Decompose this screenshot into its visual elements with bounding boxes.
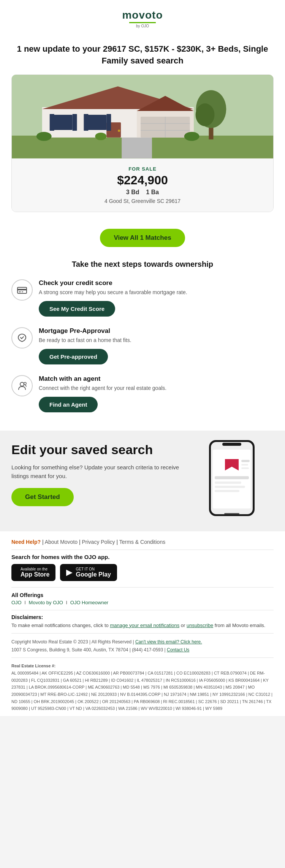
agent-icon	[11, 375, 33, 396]
svg-rect-43	[215, 486, 245, 488]
edit-search-left: Edit your saved search Looking for somet…	[11, 442, 195, 507]
step-row-credit-score: Check your credit score A strong score m…	[11, 279, 274, 317]
property-price: $224,900	[19, 173, 266, 187]
footer-divider-5	[11, 657, 274, 658]
svg-rect-28	[17, 289, 27, 290]
get-it-on-label: GET IT ON	[76, 567, 111, 571]
svg-rect-41	[215, 476, 249, 479]
svg-rect-42	[215, 482, 241, 484]
logo: movoto by OJO	[8, 9, 277, 28]
pre-approval-title: Mortgage Pre-Approval	[39, 327, 274, 335]
app-badges: Available on the App Store ▶ GET IT ON G…	[11, 564, 274, 581]
edit-search-desc: Looking for something else? Update your …	[11, 463, 195, 480]
credit-score-icon	[11, 279, 33, 301]
header: movoto by OJO	[0, 0, 285, 34]
beds-count: 3	[126, 189, 130, 195]
real-estate-license-section: Real Estate License #: AL 000095484 | AK…	[11, 662, 274, 712]
pre-approval-desc: Be ready to act fast on a home that fits…	[39, 336, 274, 344]
edit-search-title: Edit your saved search	[11, 442, 195, 458]
svg-rect-18	[73, 114, 77, 131]
credit-score-title: Check your credit score	[39, 279, 274, 287]
step-content-credit-score: Check your credit score A strong score m…	[39, 279, 274, 317]
svg-rect-8	[55, 116, 64, 129]
for-sale-label: FOR SALE	[19, 166, 266, 172]
footer-sep-3: |	[117, 539, 119, 545]
available-on-label: Available on the	[21, 567, 49, 571]
google-play-badge[interactable]: ▶ GET IT ON Google Play	[60, 564, 117, 581]
manage-notifications-link[interactable]: manage your email notifications	[110, 622, 179, 628]
from-label: from all Movoto emails.	[215, 622, 266, 628]
apple-app-store-badge[interactable]: Available on the App Store	[11, 564, 55, 581]
disclaimers-section: Disclaimers: To make email notifications…	[11, 614, 274, 630]
real-estate-license-text: AL 000095484 | AK OFFICE2295 | AZ CO6306…	[11, 671, 272, 711]
get-preapproved-button[interactable]: Get Pre-approved	[39, 349, 108, 364]
logo-movoto-text: movoto	[8, 9, 277, 21]
pre-approval-icon	[11, 327, 33, 348]
footer-help-row: Need Help? | About Movoto | Privacy Poli…	[11, 539, 274, 545]
app-store-title: Search for homes with the OJO app.	[11, 554, 274, 560]
svg-point-24	[36, 131, 52, 141]
notification-title: 1 new update to your 29617 SC, $157K - $…	[15, 43, 270, 67]
notification-section: 1 new update to your 29617 SC, $157K - $…	[0, 34, 285, 74]
footer-divider-1	[11, 550, 274, 550]
see-credit-score-button[interactable]: See My Credit Score	[39, 301, 115, 317]
movoto-by-ojo-link[interactable]: Movoto by OJO	[29, 600, 63, 605]
step-content-pre-approval: Mortgage Pre-Approval Be ready to act fa…	[39, 327, 274, 364]
agent-title: Match with an agent	[39, 375, 274, 383]
property-details: FOR SALE $224,900 3 Bd 1 Ba 4 Good St, G…	[12, 158, 273, 212]
copyright-text: Copyright Movoto Real Estate © 2023 | Al…	[11, 639, 135, 645]
email-container: movoto by OJO 1 new update to your 29617…	[0, 0, 285, 716]
apple-badge-text: Available on the App Store	[21, 567, 49, 578]
privacy-policy-link[interactable]: Privacy Policy	[82, 539, 115, 545]
svg-point-16	[118, 129, 120, 131]
svg-rect-19	[84, 114, 88, 131]
disclaimers-text-prefix: To make email notifications changes, cli…	[11, 622, 110, 628]
edit-search-right	[201, 438, 274, 520]
property-image[interactable]	[12, 75, 273, 158]
about-movoto-link[interactable]: About Movoto	[45, 539, 78, 545]
step-row-agent: Match with an agent Connect with the rig…	[11, 375, 274, 412]
ojo-link[interactable]: OJO	[11, 600, 22, 605]
svg-rect-20	[106, 114, 111, 131]
all-offerings-title: All Offerings	[11, 592, 274, 598]
svg-rect-9	[65, 116, 72, 129]
property-address: 4 Good St, Greenville SC 29617	[19, 198, 266, 204]
property-card-wrap: FOR SALE $224,900 3 Bd 1 Ba 4 Good St, G…	[0, 74, 285, 220]
offering-sep-1: I	[24, 600, 27, 605]
logo-byojo: by OJO	[8, 24, 277, 28]
svg-rect-39	[241, 464, 248, 466]
get-started-button[interactable]: Get Started	[11, 488, 74, 506]
view-all-matches-button[interactable]: View All 1 Matches	[100, 229, 185, 247]
offering-sep-2: I	[66, 600, 69, 605]
logo-underline	[129, 22, 156, 23]
svg-point-26	[95, 132, 106, 140]
ojo-homeowner-link[interactable]: OJO Homeowner	[70, 600, 108, 605]
footer-divider-3	[11, 610, 274, 610]
find-agent-button[interactable]: Find an Agent	[39, 397, 98, 412]
svg-point-32	[24, 382, 26, 385]
footer-address: 1007 S Congress, Building 9, Suite 400, …	[11, 647, 128, 653]
svg-rect-45	[224, 513, 239, 514]
svg-rect-30	[22, 291, 23, 292]
next-steps-title: Take the next steps towards ownership	[11, 260, 274, 269]
or-label: or	[181, 622, 187, 628]
unsubscribe-link[interactable]: unsubscribe	[187, 622, 213, 628]
terms-link[interactable]: Terms & Conditions	[119, 539, 165, 545]
footer: Need Help? | About Movoto | Privacy Poli…	[0, 531, 285, 716]
svg-rect-17	[50, 114, 54, 131]
need-help-label: Need Help?	[11, 539, 41, 545]
cant-view-link[interactable]: Can't view this email? Click here.	[135, 639, 202, 645]
svg-rect-44	[215, 490, 239, 492]
disclaimers-title: Disclaimers:	[11, 614, 274, 620]
app-store-section: Search for homes with the OJO app. Avail…	[11, 554, 274, 581]
property-card[interactable]: FOR SALE $224,900 3 Bd 1 Ba 4 Good St, G…	[11, 74, 274, 212]
next-steps-section: Take the next steps towards ownership Ch…	[0, 256, 285, 431]
baths-label: Ba	[151, 189, 159, 195]
contact-us-link[interactable]: Contact Us	[167, 647, 189, 653]
svg-point-23	[196, 103, 215, 126]
svg-point-31	[20, 382, 24, 386]
real-estate-license-title: Real Estate License #:	[11, 664, 55, 668]
google-play-name: Google Play	[76, 571, 111, 578]
step-row-pre-approval: Mortgage Pre-Approval Be ready to act fa…	[11, 327, 274, 364]
google-badge-text: GET IT ON Google Play	[76, 567, 111, 578]
